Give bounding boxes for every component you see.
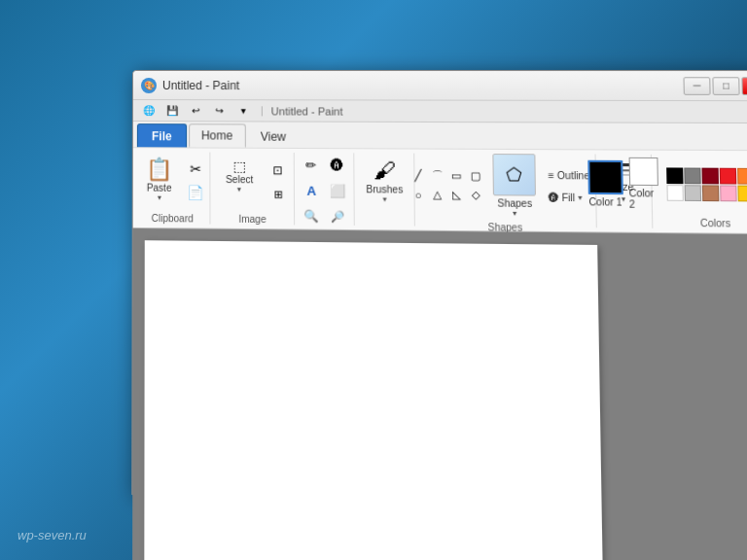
- shape-rightangle[interactable]: ◺: [447, 186, 466, 204]
- image-group: ⬚ Select ▾ ⊡ ⊞ Image: [211, 153, 296, 226]
- brushes-label: Brushes: [366, 184, 403, 195]
- brushes-icon: 🖌: [374, 158, 396, 185]
- image-tools-col: ⊡ ⊞: [267, 158, 291, 206]
- image-buttons: ⬚ Select ▾ ⊡ ⊞: [213, 153, 293, 212]
- fill-label: Fill: [561, 192, 575, 202]
- color2-button[interactable]: Color 2: [628, 158, 658, 210]
- cut-button[interactable]: ✂: [184, 158, 207, 181]
- palette-cell-12[interactable]: [701, 185, 719, 201]
- shapes-main-button[interactable]: ⬠: [493, 154, 537, 196]
- paint-window: 🎨 Untitled - Paint ─ □ ✕ 🌐 💾 ↩ ↪ ▾ | Unt…: [131, 70, 747, 511]
- shape-ellipse[interactable]: ○: [409, 186, 428, 204]
- palette-cell-13[interactable]: [720, 185, 737, 201]
- save-button[interactable]: 💾: [162, 102, 182, 120]
- close-button[interactable]: ✕: [741, 77, 747, 95]
- window-title: Untitled - Paint: [162, 79, 684, 93]
- clipboard-label: Clipboard: [152, 211, 194, 225]
- shape-triangle[interactable]: △: [428, 186, 446, 204]
- crop-button[interactable]: ⊡: [267, 158, 291, 183]
- colors-group: Color 1 Color 2 Colors: [652, 155, 747, 229]
- tab-view[interactable]: View: [247, 123, 299, 148]
- canvas-paper[interactable]: [144, 240, 603, 560]
- copy-button[interactable]: 📄: [184, 181, 207, 204]
- shapes-main-dropdown[interactable]: ▾: [513, 209, 516, 218]
- window-body: [132, 228, 747, 560]
- title-bar: 🎨 Untitled - Paint ─ □ ✕: [133, 71, 747, 101]
- brushes-group: 🖌 Brushes ▾ .: [355, 153, 416, 226]
- outline-label: Outline: [557, 169, 590, 181]
- shape-line[interactable]: ╱: [409, 166, 427, 185]
- clipboard-group: 📋 Paste ▾ ✂ 📄 Clipboard: [135, 152, 211, 224]
- palette-cell-10[interactable]: [666, 185, 683, 201]
- color-palette: [666, 167, 747, 202]
- ribbon: File Home View 📋 Paste ▾ ✂ 📄: [133, 122, 747, 234]
- shapes-group: ╱ ⌒ ▭ ▢ ○ △ ◺ ◇ ⬠ Shapes ▾: [415, 154, 597, 228]
- shape-rect[interactable]: ▭: [447, 167, 466, 186]
- color1-label: Color 1: [588, 195, 622, 207]
- select-icon: ⬚: [233, 158, 246, 174]
- brushes-buttons: 🖌 Brushes ▾: [361, 153, 408, 213]
- colors-content: Color 1 Color 2: [587, 155, 747, 217]
- colors-group-label: Colors: [700, 216, 730, 229]
- fill-icon: 🅐: [549, 192, 559, 202]
- watermark: wp-seven.ru: [18, 528, 87, 542]
- outline-icon: ≡: [548, 169, 553, 180]
- window-controls: ─ □ ✕: [683, 77, 747, 95]
- image-label: Image: [238, 212, 266, 225]
- text-button[interactable]: A: [300, 179, 324, 203]
- color2-label: Color 2: [629, 188, 658, 210]
- paste-dropdown[interactable]: ▾: [158, 193, 161, 202]
- app-icon: 🎨: [141, 78, 157, 93]
- shape-roundrect[interactable]: ▢: [467, 167, 485, 186]
- redo-button[interactable]: ↪: [209, 102, 229, 120]
- paste-icon: 📋: [146, 158, 172, 180]
- brushes-button[interactable]: 🖌 Brushes ▾: [361, 154, 408, 210]
- shape-diamond[interactable]: ◇: [467, 186, 485, 204]
- palette-cell-3[interactable]: [719, 167, 736, 184]
- pencil-button[interactable]: ✏: [300, 153, 324, 177]
- eraser-button[interactable]: ⬜: [325, 179, 349, 203]
- app-menu-icon[interactable]: 🌐: [139, 102, 159, 120]
- brushes-dropdown[interactable]: ▾: [382, 194, 386, 203]
- resize-button[interactable]: ⊞: [267, 182, 291, 206]
- undo-button[interactable]: ↩: [186, 102, 205, 120]
- palette-cell-4[interactable]: [736, 167, 747, 184]
- color1-button[interactable]: Color 1: [587, 159, 623, 207]
- canvas-area[interactable]: [132, 228, 747, 560]
- tools-buttons: ✏ 🅐 A ⬜ 🔍 🔎: [300, 153, 350, 230]
- minimize-button[interactable]: ─: [683, 77, 710, 95]
- shapes-main-label: Shapes: [497, 197, 532, 209]
- shapes-content: ╱ ⌒ ▭ ▢ ○ △ ◺ ◇ ⬠ Shapes ▾: [409, 154, 602, 221]
- ribbon-tab-row: File Home View: [133, 122, 747, 150]
- copy-cut-col: ✂ 📄: [184, 158, 207, 205]
- palette-cell-14[interactable]: [737, 185, 747, 201]
- palette-cell-2[interactable]: [701, 167, 719, 184]
- maximize-button[interactable]: □: [712, 77, 739, 95]
- select-label: Select: [226, 174, 253, 185]
- select-button[interactable]: ⬚ Select ▾: [215, 155, 265, 210]
- quick-access-dropdown[interactable]: ▾: [233, 102, 253, 120]
- shapes-panel: ╱ ⌒ ▭ ▢ ○ △ ◺ ◇: [409, 166, 485, 204]
- fill-button[interactable]: 🅐: [325, 153, 349, 177]
- magnify-button[interactable]: 🔎: [326, 204, 350, 228]
- palette-cell-1[interactable]: [684, 167, 700, 184]
- paste-label: Paste: [147, 183, 172, 193]
- tab-file[interactable]: File: [137, 123, 187, 147]
- palette-cell-0[interactable]: [666, 167, 683, 184]
- fill-dropdown-arrow: ▾: [578, 192, 582, 201]
- color1-swatch: [587, 159, 623, 193]
- eyedropper-button[interactable]: 🔍: [300, 204, 324, 228]
- paste-button[interactable]: 📋 Paste ▾: [137, 152, 180, 209]
- tab-home[interactable]: Home: [189, 123, 246, 147]
- select-dropdown[interactable]: ▾: [237, 185, 241, 193]
- tools-group: ✏ 🅐 A ⬜ 🔍 🔎 Tools: [295, 153, 355, 226]
- color2-swatch: [628, 158, 658, 186]
- quick-access-toolbar: 🌐 💾 ↩ ↪ ▾ | Untitled - Paint: [133, 100, 747, 123]
- title-display: Untitled - Paint: [271, 105, 343, 117]
- clipboard-buttons: 📋 Paste ▾ ✂ 📄: [137, 152, 207, 211]
- shape-curve[interactable]: ⌒: [428, 167, 446, 186]
- palette-cell-11[interactable]: [684, 185, 700, 201]
- shapes-big-btn: ⬠ Shapes ▾: [493, 154, 537, 218]
- ribbon-content: 📋 Paste ▾ ✂ 📄 Clipboard ⬚ Select: [133, 147, 747, 233]
